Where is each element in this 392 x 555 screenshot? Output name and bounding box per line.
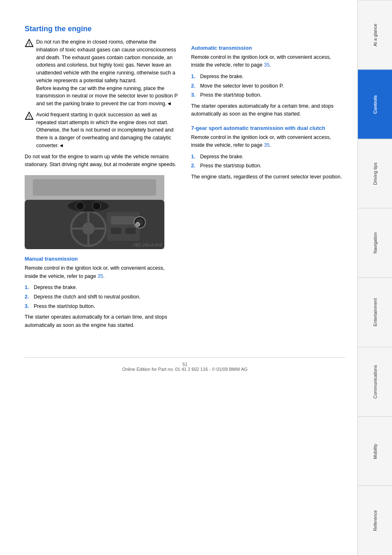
svg-text:!: !: [28, 42, 30, 46]
sport-transmission-intro: Remote control in the ignition lock or, …: [191, 134, 345, 150]
svg-rect-16: [111, 216, 136, 224]
sidebar-tab-driving-tips[interactable]: Driving tips: [358, 139, 392, 208]
automatic-transmission-conclusion: The starter operates automatically for a…: [191, 102, 345, 118]
auto-step-3: 3.Press the start/stop button.: [191, 91, 345, 99]
page-footer: 51 Online Edition for Part no. 01 41 2 6…: [25, 357, 345, 380]
manual-transmission-title: Manual transmission: [25, 256, 179, 262]
sport-step-1: 1.Depress the brake.: [191, 153, 345, 161]
auto-step-1: 1.Depress the brake.: [191, 73, 345, 81]
svg-point-14: [92, 202, 101, 210]
sidebar-tab-entertainment[interactable]: Entertainment: [358, 278, 392, 347]
manual-step-1: 1.Depress the brake.: [25, 284, 179, 291]
sidebar-tab-communications[interactable]: Communications: [358, 347, 392, 416]
warning-triangle-icon-1: !: [25, 39, 34, 48]
sidebar-tab-at-a-glance[interactable]: At a glance: [358, 0, 392, 69]
automatic-transmission-title: Automatic transmission: [191, 45, 345, 51]
main-content: Starting the engine ! Do not run the eng…: [0, 0, 357, 555]
warning-block-1: ! Do not run the engine in closed rooms,…: [25, 38, 179, 108]
right-column: Automatic transmission Remote control in…: [191, 38, 345, 333]
svg-text:!: !: [28, 114, 30, 119]
sidebar-tab-mobility[interactable]: Mobility: [358, 416, 392, 486]
sport-transmission-title: 7-gear sport automatic transmission with…: [191, 125, 345, 131]
svg-rect-18: [125, 228, 136, 234]
manual-step-3: 3.Press the start/stop button.: [25, 303, 179, 310]
sidebar-tab-controls[interactable]: Controls: [358, 69, 392, 139]
manual-transmission-page-ref[interactable]: 35: [97, 273, 103, 279]
sport-transmission-steps: 1.Depress the brake. 2.Press the start/s…: [191, 153, 345, 170]
sport-transmission-conclusion: The engine starts, regardless of the cur…: [191, 173, 345, 181]
manual-transmission-conclusion: The starter operates automatically for a…: [25, 313, 179, 329]
sidebar: At a glance Controls Driving tips Naviga…: [357, 0, 392, 555]
left-column: ! Do not run the engine in closed rooms,…: [25, 38, 179, 333]
automatic-transmission-intro: Remote control in the ignition lock or, …: [191, 53, 345, 69]
car-interior-image: VBC-240-A-004: [25, 175, 164, 249]
image-caption: VBC-240-A-004: [133, 243, 162, 247]
footer-text: Online Edition for Part no. 01 41 2 602 …: [122, 367, 247, 372]
sidebar-tab-reference[interactable]: Reference: [358, 486, 392, 555]
warning-block-2: ! Avoid frequent starting in quick succe…: [25, 111, 179, 150]
body-text-warmup: Do not wait for the engine to warm up wh…: [25, 153, 179, 169]
auto-step-2: 2.Move the selector lever to position P.: [191, 82, 345, 90]
page-wrapper: Starting the engine ! Do not run the eng…: [0, 0, 392, 555]
warning-text-2: Avoid frequent starting in quick success…: [36, 111, 179, 150]
svg-point-7: [82, 222, 95, 235]
svg-point-13: [76, 202, 84, 210]
sidebar-tab-navigation[interactable]: Navigation: [358, 208, 392, 278]
manual-transmission-steps: 1.Depress the brake. 2.Depress the clutc…: [25, 284, 179, 310]
svg-point-21: [136, 222, 140, 227]
svg-rect-17: [111, 228, 121, 234]
svg-point-12: [68, 200, 109, 212]
warning-text-1: Do not run the engine in closed rooms, o…: [36, 38, 179, 108]
warning-triangle-icon-2: !: [25, 111, 34, 120]
two-column-layout: ! Do not run the engine in closed rooms,…: [25, 38, 345, 333]
section-title: Starting the engine: [25, 25, 345, 33]
manual-step-2: 2.Depress the clutch and shift to neutra…: [25, 293, 179, 301]
manual-transmission-intro: Remote control in the ignition lock or, …: [25, 264, 179, 280]
auto-transmission-page-ref[interactable]: 35: [264, 62, 270, 68]
svg-rect-23: [33, 179, 156, 196]
automatic-transmission-steps: 1.Depress the brake. 2.Move the selector…: [191, 73, 345, 99]
page-number: 51: [182, 362, 187, 367]
sport-transmission-page-ref[interactable]: 35: [264, 142, 270, 148]
sport-step-2: 2.Press the start/stop button.: [191, 162, 345, 170]
